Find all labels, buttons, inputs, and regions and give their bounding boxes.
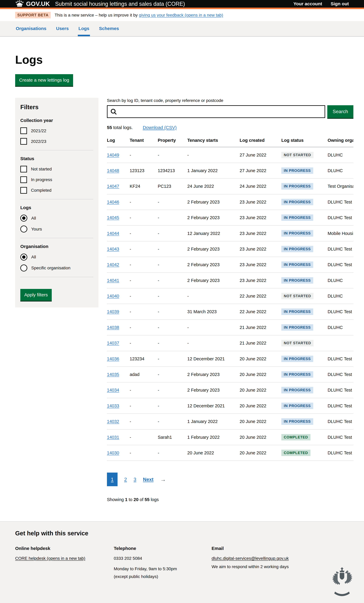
govuk-header: GOV.UK Submit social housing lettings an… xyxy=(0,0,364,9)
log-id-link[interactable]: 14041 xyxy=(107,278,119,283)
royal-coat-of-arms xyxy=(331,567,353,598)
footer-heading: Get help with this service xyxy=(15,529,331,537)
property-cell: - xyxy=(158,320,187,335)
radio-button[interactable] xyxy=(20,226,27,232)
log-id-link[interactable]: 14049 xyxy=(107,152,119,157)
log-id-link[interactable]: 14047 xyxy=(107,184,119,189)
table-row: 14038 - - - 21 June 2022 IN PROGRESS DLU… xyxy=(107,320,353,335)
checkbox-in-progress[interactable]: In progress xyxy=(20,176,93,183)
feedback-link[interactable]: giving us your feedback (opens in a new … xyxy=(139,13,223,17)
page-title: Logs xyxy=(15,52,353,67)
radio-logs-all[interactable]: All xyxy=(20,215,93,221)
log-id-link[interactable]: 14034 xyxy=(107,388,119,393)
log-id-link[interactable]: 14030 xyxy=(107,451,119,455)
radio-logs-yours[interactable]: Yours xyxy=(20,226,93,232)
nav-item-organisations[interactable]: Organisations xyxy=(15,21,47,36)
owning-organisation-cell: DLUHC Test xyxy=(328,210,353,226)
log-status-cell: NOT STARTED xyxy=(281,335,328,351)
checkbox-box[interactable] xyxy=(20,128,27,134)
radio-organisation-specific[interactable]: Specific organisation xyxy=(20,265,93,271)
arrow-right-icon: → xyxy=(160,476,166,483)
table-row: 14048 123123 1234213 1 January 2022 27 J… xyxy=(107,163,353,178)
tenancy-starts-cell: 1 February 2022 xyxy=(187,429,240,445)
radio-button[interactable] xyxy=(20,215,27,221)
log-id-link[interactable]: 14048 xyxy=(107,168,119,173)
property-cell: - xyxy=(158,288,187,304)
log-status-cell: IN PROGRESS xyxy=(281,241,328,257)
log-created-cell: 21 June 2022 xyxy=(240,335,281,351)
service-name[interactable]: Submit social housing lettings and sales… xyxy=(55,0,185,7)
owning-organisation-cell: DLUHC xyxy=(328,273,353,288)
log-id-link[interactable]: 14042 xyxy=(107,262,119,267)
checkbox-completed[interactable]: Completed xyxy=(20,187,93,194)
table-row: 14035 adad - 2 February 2023 20 June 202… xyxy=(107,367,353,382)
log-id-link[interactable]: 14033 xyxy=(107,403,119,408)
radio-organisation-all[interactable]: All xyxy=(20,254,93,261)
log-id-link[interactable]: 14040 xyxy=(107,294,119,299)
search-button[interactable]: Search xyxy=(327,105,353,118)
primary-navigation: Organisations Users Logs Schemes xyxy=(0,21,364,36)
log-id-link[interactable]: 14044 xyxy=(107,231,119,236)
pagination-page-3[interactable]: 3 xyxy=(134,476,136,482)
log-id-link[interactable]: 14032 xyxy=(107,419,119,424)
table-row: 14037 - - - 21 June 2022 NOT STARTED xyxy=(107,335,353,351)
log-id-link[interactable]: 14036 xyxy=(107,356,119,361)
tenant-cell: - xyxy=(130,382,158,398)
checkbox-not-started[interactable]: Not started xyxy=(20,166,93,173)
sign-out-link[interactable]: Sign out xyxy=(331,1,349,7)
tenancy-starts-cell: 31 March 2023 xyxy=(187,304,240,320)
filters-panel: Filters Collection year 2021/22 2022/23 … xyxy=(15,98,98,307)
nav-item-logs[interactable]: Logs xyxy=(78,21,90,36)
your-account-link[interactable]: Your account xyxy=(294,1,322,7)
log-id-link[interactable]: 14037 xyxy=(107,341,119,346)
tenancy-starts-cell: 2 February 2023 xyxy=(187,382,240,398)
checkbox-box[interactable] xyxy=(20,138,27,145)
log-id-link[interactable]: 14043 xyxy=(107,247,119,251)
core-helpdesk-link[interactable]: CORE helpdesk (opens in a new tab) xyxy=(15,556,85,561)
checkbox-box[interactable] xyxy=(20,166,27,173)
tenant-cell: - xyxy=(130,226,158,241)
radio-button[interactable] xyxy=(20,265,27,271)
radio-button[interactable] xyxy=(20,254,27,261)
log-id-link[interactable]: 14039 xyxy=(107,309,119,314)
checkbox-box[interactable] xyxy=(20,187,27,194)
checkbox-box[interactable] xyxy=(20,176,27,183)
property-cell: - xyxy=(158,257,187,273)
table-row: 14040 - - - 22 June 2022 NOT STARTED DLU… xyxy=(107,288,353,304)
nav-item-schemes[interactable]: Schemes xyxy=(98,21,120,36)
telephone-holidays: (except public holidays) xyxy=(114,574,211,579)
table-row: 14039 - - 31 March 2023 22 June 2022 IN … xyxy=(107,304,353,320)
status-badge: COMPLETED xyxy=(281,450,310,456)
log-created-cell: 22 June 2022 xyxy=(240,288,281,304)
checkbox-2021-22[interactable]: 2021/22 xyxy=(20,128,93,134)
create-lettings-log-button[interactable]: Create a new lettings log xyxy=(15,74,73,86)
log-id-link[interactable]: 14031 xyxy=(107,435,119,440)
pagination-page-1-current[interactable]: 1 xyxy=(107,473,117,486)
tenancy-starts-cell: - xyxy=(187,320,240,335)
pagination-page-2[interactable]: 2 xyxy=(124,476,127,482)
log-created-cell: 24 June 2022 xyxy=(240,178,281,194)
download-csv-link[interactable]: Download (CSV) xyxy=(143,125,176,130)
status-badge: IN PROGRESS xyxy=(281,324,313,331)
status-badge: IN PROGRESS xyxy=(281,387,313,393)
apply-filters-button[interactable]: Apply filters xyxy=(20,289,52,301)
checkbox-2022-23[interactable]: 2022/23 xyxy=(20,138,93,145)
log-id-link[interactable]: 14038 xyxy=(107,325,119,330)
results-section: Search by log ID, tenant code, property … xyxy=(107,98,353,502)
divider xyxy=(20,238,93,238)
pagination-next-link[interactable]: Next xyxy=(143,476,153,482)
search-input[interactable] xyxy=(107,105,325,118)
property-cell: - xyxy=(158,210,187,226)
log-id-link[interactable]: 14035 xyxy=(107,372,119,377)
email-link[interactable]: dluhc.digital-services@levellingup.gov.u… xyxy=(211,556,289,561)
log-id-link[interactable]: 14046 xyxy=(107,200,119,204)
table-row: 14044 - - 12 January 2022 23 June 2022 I… xyxy=(107,226,353,241)
owning-organisation-cell: DLUHC Test xyxy=(328,382,353,398)
nav-item-users[interactable]: Users xyxy=(56,21,69,36)
status-badge: IN PROGRESS xyxy=(281,167,313,174)
log-status-cell: IN PROGRESS xyxy=(281,273,328,288)
log-id-link[interactable]: 14045 xyxy=(107,215,119,220)
govuk-logo[interactable]: GOV.UK xyxy=(15,0,50,8)
tenant-cell: - xyxy=(130,398,158,414)
tenancy-starts-cell: 20 June 2022 xyxy=(187,445,240,461)
